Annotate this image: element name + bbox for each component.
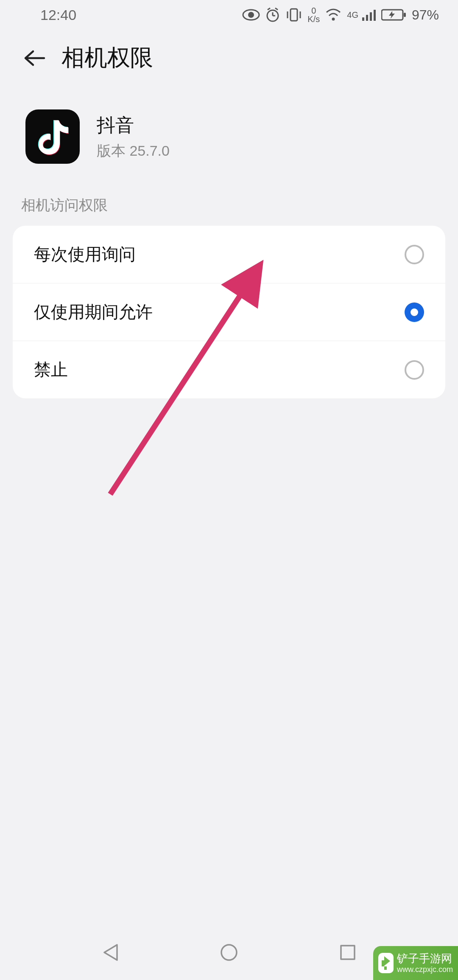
nav-recent-button[interactable] — [337, 942, 358, 963]
option-label: 禁止 — [34, 358, 68, 381]
circle-home-icon — [220, 943, 238, 962]
page-header: 相机权限 — [0, 30, 458, 86]
watermark: 铲子手游网 www.czpxjc.com — [373, 946, 458, 980]
svg-marker-17 — [389, 11, 395, 19]
triangle-back-icon — [102, 943, 119, 962]
status-time: 12:40 — [40, 7, 76, 23]
nav-back-button[interactable] — [100, 942, 121, 963]
option-deny[interactable]: 禁止 — [13, 341, 445, 398]
svg-rect-16 — [404, 13, 406, 17]
permission-card: 每次使用询问 仅使用期间允许 禁止 — [13, 226, 445, 398]
option-label: 仅使用期间允许 — [34, 300, 153, 324]
svg-rect-13 — [370, 12, 372, 21]
watermark-text: 铲子手游网 www.czpxjc.com — [397, 952, 453, 974]
status-icons: 0 K/s 4G 97% — [242, 6, 439, 23]
option-label: 每次使用询问 — [34, 243, 136, 266]
svg-point-1 — [248, 12, 254, 18]
battery-icon — [381, 8, 407, 21]
signal-icon — [362, 9, 376, 21]
network-speed: 0 K/s — [307, 6, 320, 23]
svg-point-20 — [221, 945, 237, 960]
svg-rect-7 — [290, 9, 297, 21]
page-title: 相机权限 — [61, 42, 153, 73]
nav-home-button[interactable] — [218, 942, 240, 963]
option-allow-while-using[interactable]: 仅使用期间允许 — [13, 283, 445, 341]
watermark-name: 铲子手游网 — [397, 952, 453, 965]
battery-percent: 97% — [412, 7, 439, 23]
section-header: 相机访问权限 — [0, 196, 458, 226]
svg-line-5 — [268, 8, 270, 10]
app-version: 版本 25.7.0 — [97, 141, 170, 161]
app-text: 抖音 版本 25.7.0 — [97, 113, 170, 161]
douyin-icon — [36, 118, 70, 156]
svg-rect-21 — [341, 946, 355, 959]
app-name: 抖音 — [97, 113, 170, 138]
app-info: 抖音 版本 25.7.0 — [0, 86, 458, 196]
signal-label: 4G — [347, 11, 358, 19]
square-recent-icon — [339, 944, 356, 961]
back-button[interactable] — [21, 45, 47, 71]
radio-selected — [405, 302, 424, 322]
radio-unselected — [405, 245, 424, 264]
vibrate-icon — [285, 7, 302, 22]
eye-icon — [242, 9, 260, 21]
watermark-icon — [378, 953, 394, 973]
option-ask-every-time[interactable]: 每次使用询问 — [13, 226, 445, 283]
svg-rect-12 — [366, 15, 368, 21]
svg-rect-11 — [362, 17, 364, 21]
arrow-left-icon — [22, 48, 46, 68]
status-bar: 12:40 0 K/s 4G 97% — [0, 0, 458, 30]
svg-point-10 — [332, 18, 335, 21]
app-icon — [25, 109, 80, 164]
watermark-url: www.czpxjc.com — [397, 965, 453, 974]
radio-unselected — [405, 360, 424, 380]
svg-line-6 — [275, 8, 278, 10]
wifi-icon — [325, 8, 342, 22]
alarm-icon — [265, 7, 280, 22]
svg-rect-14 — [374, 10, 376, 21]
